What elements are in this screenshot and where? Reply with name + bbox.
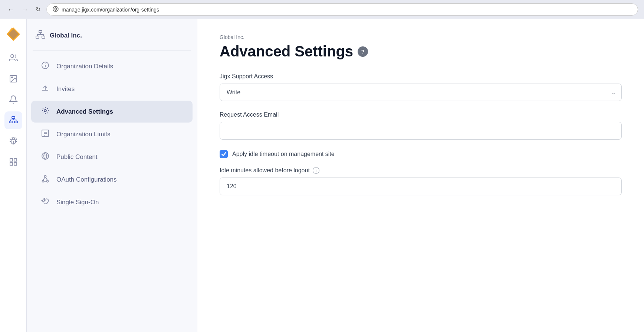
sidebar-label-invites: Invites [56, 85, 75, 93]
org-name: Global Inc. [50, 32, 82, 39]
sidebar-label-advanced-settings: Advanced Settings [56, 108, 113, 115]
request-email-label: Request Access Email [220, 111, 622, 118]
svg-line-33 [46, 178, 47, 180]
help-icon[interactable]: ? [358, 46, 368, 57]
sidebar-label-oauth: OAuth Configurations [56, 176, 117, 183]
svg-rect-9 [14, 121, 17, 123]
svg-rect-24 [42, 130, 49, 137]
svg-marker-3 [7, 27, 19, 41]
svg-rect-13 [14, 163, 17, 165]
browser-chrome: ← → ↻ manage.jigx.com/organization/org-s… [0, 0, 644, 19]
reload-button[interactable]: ↻ [34, 5, 42, 14]
svg-rect-15 [36, 36, 39, 38]
globe-icon [40, 152, 50, 162]
idle-minutes-section: Idle minutes allowed before logout i [220, 167, 622, 195]
idle-minutes-label: Idle minutes allowed before logout i [220, 167, 622, 174]
svg-point-4 [11, 55, 14, 58]
idle-minutes-label-text: Idle minutes allowed before logout [220, 167, 310, 174]
svg-line-32 [43, 178, 45, 180]
icon-rail [0, 19, 27, 332]
rail-item-org[interactable] [4, 111, 22, 129]
sidebar-item-org-details[interactable]: Organization Details [31, 55, 193, 77]
org-icon [36, 30, 45, 42]
org-header[interactable]: Global Inc. [27, 25, 197, 49]
idle-minutes-input[interactable] [220, 178, 622, 195]
idle-timeout-label: Apply idle timeout on management site [232, 151, 335, 157]
forward-button[interactable]: → [20, 5, 30, 14]
idle-timeout-row: Apply idle timeout on management site [220, 150, 622, 158]
svg-point-30 [47, 180, 49, 182]
support-access-select-wrapper: None Read Write ⌄ [220, 84, 622, 101]
request-email-section: Request Access Email [220, 111, 622, 140]
sidebar-label-org-details: Organization Details [56, 63, 113, 70]
svg-point-19 [45, 64, 46, 64]
back-button[interactable]: ← [6, 5, 16, 14]
idle-minutes-info-icon[interactable]: i [313, 167, 319, 174]
breadcrumb: Global Inc. [220, 34, 622, 40]
settings-icon [40, 107, 50, 117]
url-text: manage.jigx.com/organization/org-setting… [62, 7, 159, 13]
rail-item-data[interactable] [4, 153, 22, 171]
oauth-icon [40, 175, 50, 185]
svg-point-31 [45, 176, 46, 178]
page-title-text: Advanced Settings [220, 43, 353, 60]
sidebar-item-sso[interactable]: Single Sign-On [31, 191, 193, 213]
app-container: Global Inc. Organization Details Invites… [0, 19, 644, 332]
support-access-section: Jigx Support Access None Read Write ⌄ [220, 73, 622, 101]
idle-timeout-checkbox[interactable] [220, 150, 228, 158]
svg-rect-10 [10, 159, 13, 161]
sidebar: Global Inc. Organization Details Invites… [27, 19, 197, 332]
sidebar-item-advanced-settings[interactable]: Advanced Settings [31, 101, 193, 123]
sidebar-item-oauth[interactable]: OAuth Configurations [31, 169, 193, 191]
rail-item-debug[interactable] [4, 132, 22, 150]
info-icon [40, 61, 50, 71]
sidebar-item-invites[interactable]: Invites [31, 78, 193, 100]
invites-icon [40, 84, 50, 94]
svg-rect-8 [9, 121, 12, 123]
rail-item-users[interactable] [4, 49, 22, 67]
app-logo[interactable] [4, 25, 22, 43]
rail-item-notifications[interactable] [4, 91, 22, 108]
limits-icon [40, 129, 50, 139]
svg-point-23 [44, 110, 46, 112]
sso-icon [40, 197, 50, 207]
svg-rect-16 [42, 36, 45, 38]
svg-rect-14 [39, 30, 42, 33]
address-bar[interactable]: manage.jigx.com/organization/org-setting… [46, 3, 638, 16]
svg-point-6 [12, 77, 13, 78]
page-title: Advanced Settings ? [220, 43, 622, 60]
request-email-input[interactable] [220, 122, 622, 140]
support-access-label: Jigx Support Access [220, 73, 622, 80]
sidebar-item-org-limits[interactable]: Organization Limits [31, 123, 193, 145]
sidebar-item-public-content[interactable]: Public Content [31, 146, 193, 168]
rail-item-gallery[interactable] [4, 70, 22, 88]
svg-rect-11 [14, 159, 17, 161]
sidebar-label-public-content: Public Content [56, 153, 98, 161]
svg-rect-7 [12, 117, 15, 118]
sidebar-label-sso: Single Sign-On [56, 199, 99, 206]
main-content: Global Inc. Advanced Settings ? Jigx Sup… [197, 19, 644, 332]
sidebar-label-org-limits: Organization Limits [56, 131, 111, 138]
address-icon [53, 6, 59, 13]
svg-point-29 [42, 180, 44, 182]
support-access-select[interactable]: None Read Write [220, 84, 622, 101]
sidebar-divider [33, 51, 191, 51]
svg-rect-12 [10, 163, 13, 165]
